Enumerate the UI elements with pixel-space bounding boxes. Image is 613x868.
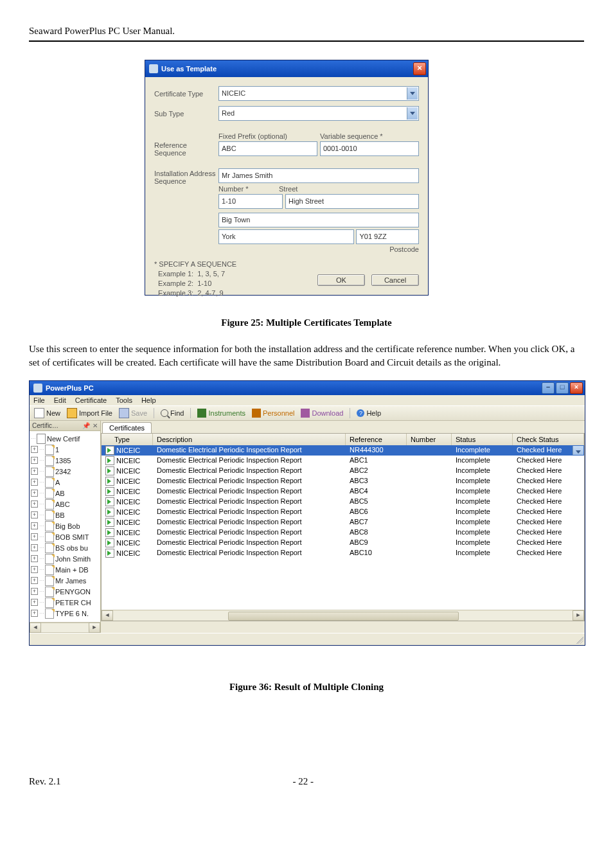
table-row[interactable]: NICEICDomestic Electrical Periodic Inspe… — [102, 497, 584, 507]
tree-item[interactable]: +⋯Main + DB — [31, 565, 99, 576]
ok-button[interactable]: OK — [317, 274, 365, 286]
table-row[interactable]: NICEICDomestic Electrical Periodic Inspe… — [102, 507, 584, 517]
tab-certificates[interactable]: Certificates — [102, 422, 152, 433]
addr-town-input[interactable]: Big Town — [218, 213, 419, 227]
tree-item[interactable]: +⋯Big Bob — [31, 521, 99, 532]
tree-item[interactable]: +⋯BS obs bu — [31, 543, 99, 554]
table-row[interactable]: NICEICDomestic Electrical Periodic Inspe… — [102, 486, 584, 497]
addr-number-input[interactable]: 1-10 — [218, 194, 283, 209]
tb-find[interactable]: Find — [159, 409, 186, 418]
menu-tools[interactable]: Tools — [116, 396, 132, 404]
tree-item[interactable]: +⋯PETER CH — [31, 598, 99, 608]
tree-item[interactable]: +⋯PENYGON — [31, 587, 99, 598]
table-row[interactable]: NICEICDomestic Electrical Periodic Inspe… — [102, 466, 584, 476]
menu-edit[interactable]: Edit — [54, 396, 66, 404]
expand-icon[interactable]: + — [31, 588, 38, 595]
tree-item[interactable]: +⋯AB — [31, 488, 99, 499]
col-type[interactable]: Type — [102, 434, 153, 445]
tb-download-label: Download — [312, 409, 343, 417]
close-icon[interactable]: × — [570, 382, 583, 394]
tb-download[interactable]: Download — [299, 408, 345, 418]
expand-icon[interactable]: + — [31, 500, 38, 508]
tree-item[interactable]: +⋯BOB SMIT — [31, 532, 99, 543]
tree-item[interactable]: +⋯Mr James — [31, 576, 99, 587]
scroll-right-icon[interactable]: ► — [89, 623, 100, 633]
scroll-right-icon[interactable]: ► — [573, 610, 584, 621]
tree-new-cert[interactable]: ⋯New Certif — [31, 434, 99, 445]
table-row[interactable]: NICEICDomestic Electrical Periodic Inspe… — [102, 548, 584, 558]
minimize-icon[interactable]: – — [542, 382, 555, 394]
addr-postcode-input[interactable]: Y01 9ZZ — [356, 229, 419, 244]
grid-hscroll[interactable]: ◄ ► — [102, 610, 584, 621]
scroll-track[interactable] — [113, 611, 573, 620]
sub-type-select[interactable]: Red — [218, 106, 419, 121]
table-row[interactable]: NICEICDomestic Electrical Periodic Inspe… — [102, 456, 584, 466]
tb-new[interactable]: New — [32, 407, 62, 419]
dialog-body: Certificate Type NICEIC Sub Type Red Ref… — [145, 77, 428, 295]
col-status[interactable]: Status — [452, 434, 513, 445]
tb-personnel[interactable]: Personnel — [250, 408, 297, 418]
close-panel-icon[interactable]: ✕ — [93, 422, 98, 429]
col-check-status[interactable]: Check Status — [513, 434, 584, 445]
addr-city-input[interactable]: York — [218, 229, 354, 244]
tree-item[interactable]: +⋯A — [31, 477, 99, 488]
scroll-thumb[interactable] — [228, 612, 459, 621]
tb-save: Save — [117, 407, 149, 419]
expand-icon[interactable]: + — [31, 599, 38, 606]
scroll-left-icon[interactable]: ◄ — [102, 610, 113, 621]
expand-icon[interactable]: + — [31, 544, 38, 551]
addr-name-input[interactable]: Mr James Smith — [218, 168, 419, 183]
prefix-input[interactable]: ABC — [218, 141, 317, 156]
tb-import[interactable]: Import File — [65, 407, 114, 419]
tree-item[interactable]: +⋯1 — [31, 445, 99, 456]
resize-grip-icon[interactable] — [574, 635, 583, 644]
var-seq-input[interactable]: 0001-0010 — [320, 141, 419, 156]
table-row[interactable]: NICEICDomestic Electrical Periodic Inspe… — [102, 538, 584, 548]
expand-icon[interactable]: + — [31, 468, 38, 475]
scroll-left-icon[interactable]: ◄ — [30, 623, 41, 633]
expand-icon[interactable]: + — [31, 511, 38, 518]
tree-view[interactable]: ⋯New Certif+⋯1+⋯1385+⋯2342+⋯A+⋯AB+⋯ABC+⋯… — [30, 431, 100, 622]
expand-icon[interactable]: + — [31, 522, 38, 529]
tree-item[interactable]: +⋯ABC — [31, 499, 99, 510]
pin-icon[interactable]: 📌 — [82, 422, 90, 429]
tb-instruments[interactable]: Instruments — [195, 408, 247, 418]
expand-icon[interactable]: + — [31, 490, 38, 497]
table-row[interactable]: NICEICDomestic Electrical Periodic Inspe… — [102, 445, 584, 456]
tree-item[interactable]: +⋯1385 — [31, 456, 99, 466]
expand-icon[interactable]: + — [31, 577, 38, 584]
dialog-titlebar[interactable]: Use as Template × — [145, 60, 428, 77]
tree-item[interactable]: +⋯2342 — [31, 466, 99, 477]
col-number[interactable]: Number — [407, 434, 452, 445]
expand-icon[interactable]: + — [31, 555, 38, 562]
tree-item[interactable]: +⋯TYPE 6 N. — [31, 608, 99, 619]
menu-help[interactable]: Help — [141, 396, 156, 404]
app-titlebar[interactable]: PowerPlus PC – □ × — [30, 381, 585, 395]
cert-icon — [45, 456, 54, 466]
table-row[interactable]: NICEICDomestic Electrical Periodic Inspe… — [102, 527, 584, 538]
menu-file[interactable]: File — [33, 396, 45, 404]
expand-icon[interactable]: + — [31, 479, 38, 486]
table-row[interactable]: NICEICDomestic Electrical Periodic Inspe… — [102, 517, 584, 527]
sidebar-hscroll[interactable]: ◄ ► — [30, 622, 100, 633]
menu-certificate[interactable]: Certificate — [75, 396, 107, 404]
row-play-icon — [105, 446, 114, 455]
table-row[interactable]: NICEICDomestic Electrical Periodic Inspe… — [102, 476, 584, 486]
menubar: File Edit Certificate Tools Help — [30, 395, 585, 405]
cert-type-select[interactable]: NICEIC — [218, 86, 419, 101]
tree-item[interactable]: +⋯BB — [31, 510, 99, 521]
tb-help[interactable]: ?Help — [355, 409, 383, 418]
expand-icon[interactable]: + — [31, 610, 38, 617]
close-icon[interactable]: × — [413, 62, 426, 75]
scroll-track[interactable] — [41, 623, 89, 633]
expand-icon[interactable]: + — [31, 446, 38, 453]
expand-icon[interactable]: + — [31, 457, 38, 464]
expand-icon[interactable]: + — [31, 566, 38, 573]
maximize-icon[interactable]: □ — [556, 382, 569, 394]
col-reference[interactable]: Reference — [346, 434, 407, 445]
cancel-button[interactable]: Cancel — [371, 274, 419, 286]
col-description[interactable]: Description — [153, 434, 346, 445]
addr-street-input[interactable]: High Street — [285, 194, 419, 209]
tree-item[interactable]: +⋯John Smith — [31, 554, 99, 565]
expand-icon[interactable]: + — [31, 533, 38, 540]
